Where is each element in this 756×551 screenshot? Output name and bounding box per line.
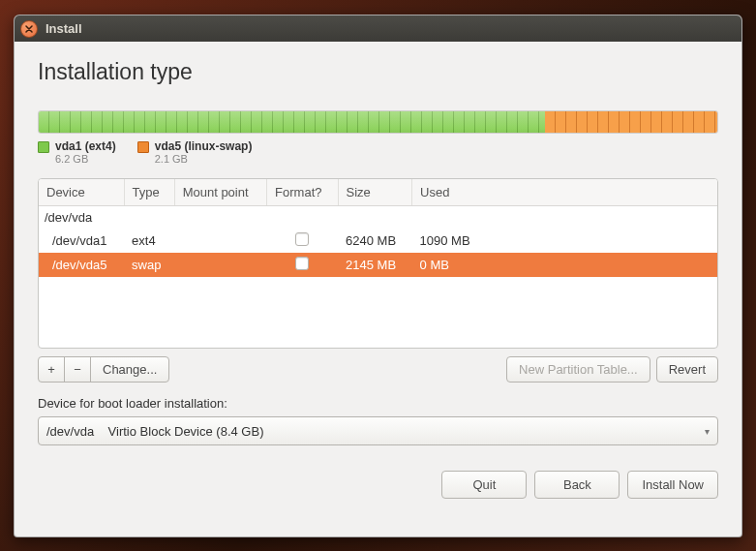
bootloader-label: Device for boot loader installation: bbox=[38, 396, 718, 411]
cell-mount bbox=[174, 229, 266, 253]
legend-swatch bbox=[137, 141, 149, 153]
col-mount[interactable]: Mount point bbox=[174, 179, 266, 206]
add-partition-button[interactable]: + bbox=[38, 356, 65, 383]
cell-used: 1090 MB bbox=[412, 229, 717, 253]
cell-size bbox=[338, 206, 412, 230]
legend-size: 2.1 GB bbox=[155, 153, 253, 165]
table-row[interactable]: /dev/vda bbox=[39, 206, 717, 230]
revert-button[interactable]: Revert bbox=[656, 356, 718, 383]
cell-size: 2145 MB bbox=[338, 253, 412, 277]
chevron-down-icon: ▾ bbox=[705, 426, 710, 437]
cell-type: swap bbox=[124, 253, 174, 277]
cell-used: 0 MB bbox=[412, 253, 717, 277]
col-size[interactable]: Size bbox=[338, 179, 412, 206]
cell-format bbox=[267, 229, 338, 253]
table-row[interactable]: /dev/vda5swap2145 MB0 MB bbox=[39, 253, 717, 277]
partition-toolbar: + − Change... New Partition Table... Rev… bbox=[38, 356, 718, 383]
new-partition-table-button[interactable]: New Partition Table... bbox=[506, 356, 650, 383]
cell-device: /dev/vda5 bbox=[39, 253, 124, 277]
legend-size: 6.2 GB bbox=[55, 153, 116, 165]
bootloader-device-value: /dev/vda Virtio Block Device (8.4 GB) bbox=[46, 424, 263, 439]
close-button[interactable] bbox=[20, 20, 38, 38]
format-checkbox[interactable] bbox=[295, 232, 309, 246]
col-type[interactable]: Type bbox=[124, 179, 174, 206]
cell-mount bbox=[174, 253, 266, 277]
col-used[interactable]: Used bbox=[412, 179, 717, 206]
legend-name: vda1 (ext4) bbox=[55, 139, 116, 153]
format-checkbox[interactable] bbox=[295, 257, 309, 270]
cell-device: /dev/vda1 bbox=[39, 229, 124, 253]
col-format[interactable]: Format? bbox=[267, 179, 338, 206]
install-now-button[interactable]: Install Now bbox=[627, 471, 718, 499]
table-header-row: Device Type Mount point Format? Size Use… bbox=[39, 179, 717, 206]
edit-button-group: + − Change... bbox=[38, 356, 169, 383]
cell-type: ext4 bbox=[124, 229, 174, 253]
legend-item: vda5 (linux-swap)2.1 GB bbox=[137, 139, 253, 165]
disk-segment-vda5[interactable] bbox=[545, 111, 717, 133]
back-button[interactable]: Back bbox=[534, 471, 620, 499]
legend-swatch bbox=[38, 141, 49, 153]
installer-window: Install Installation type vda1 (ext4)6.2… bbox=[14, 15, 742, 537]
page-title: Installation type bbox=[38, 59, 718, 85]
change-partition-button[interactable]: Change... bbox=[90, 356, 169, 383]
cell-used bbox=[412, 206, 717, 230]
table-row[interactable]: /dev/vda1ext46240 MB1090 MB bbox=[39, 229, 717, 253]
partition-table[interactable]: Device Type Mount point Format? Size Use… bbox=[38, 178, 718, 349]
titlebar: Install bbox=[15, 15, 741, 42]
legend-name: vda5 (linux-swap) bbox=[155, 139, 253, 153]
footer-buttons: Quit Back Install Now bbox=[38, 471, 718, 499]
bootloader-device-select[interactable]: /dev/vda Virtio Block Device (8.4 GB) ▾ bbox=[38, 416, 718, 445]
disk-segment-vda1[interactable] bbox=[39, 111, 545, 133]
remove-partition-button[interactable]: − bbox=[64, 356, 91, 383]
disk-legend: vda1 (ext4)6.2 GBvda5 (linux-swap)2.1 GB bbox=[38, 139, 718, 165]
col-device[interactable]: Device bbox=[39, 179, 124, 206]
disk-usage-bar bbox=[38, 110, 718, 134]
cell-size: 6240 MB bbox=[338, 229, 412, 253]
cell-format bbox=[267, 206, 338, 230]
cell-mount bbox=[174, 206, 266, 230]
cell-device: /dev/vda bbox=[39, 206, 124, 230]
quit-button[interactable]: Quit bbox=[441, 471, 527, 499]
legend-item: vda1 (ext4)6.2 GB bbox=[38, 139, 116, 165]
close-icon bbox=[25, 25, 33, 33]
content: Installation type vda1 (ext4)6.2 GBvda5 … bbox=[15, 42, 741, 512]
window-title: Install bbox=[45, 21, 82, 36]
cell-format bbox=[267, 253, 338, 277]
cell-type bbox=[124, 206, 174, 230]
